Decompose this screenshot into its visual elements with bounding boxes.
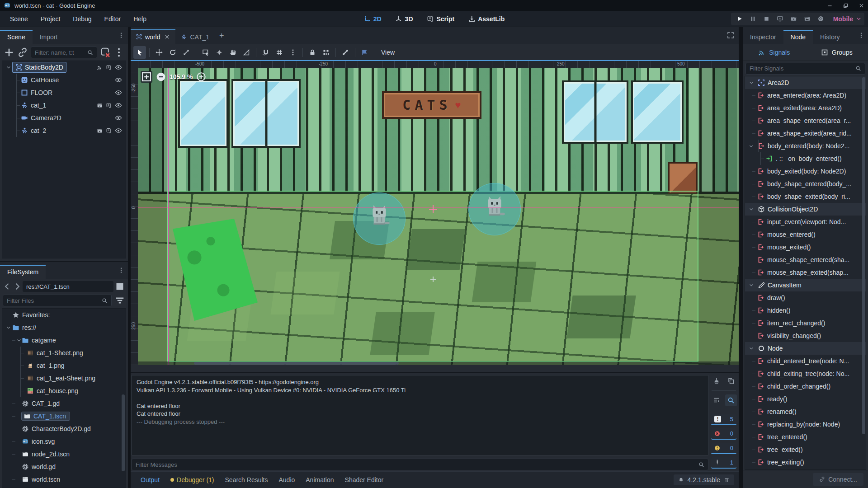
- file-filter-input[interactable]: Filter Files: [3, 295, 112, 306]
- file-res-[interactable]: res://: [2, 321, 126, 334]
- signal-row-mouse_shape_exited[interactable]: mouse_shape_exited(shap...: [745, 266, 866, 279]
- file-world-gd[interactable]: world.gd: [2, 460, 126, 473]
- pause-button[interactable]: [747, 14, 759, 24]
- history-back-button[interactable]: [3, 281, 12, 292]
- chevron-down-icon[interactable]: [748, 346, 755, 351]
- signals-scrollbar[interactable]: [862, 77, 865, 434]
- signal-row-renamed[interactable]: renamed(): [745, 405, 866, 418]
- scene-node-cathouse[interactable]: CatHouse: [2, 74, 126, 86]
- visibility-toggle-icon[interactable]: [115, 76, 122, 84]
- signal-connection-icon[interactable]: [97, 65, 103, 70]
- attached-script-icon[interactable]: [106, 103, 112, 108]
- collapse-duplicates-button[interactable]: [711, 394, 722, 406]
- chevron-down-icon[interactable]: [748, 80, 755, 85]
- workspace-assetlib[interactable]: AssetLib: [463, 14, 509, 24]
- file-cat-1-png[interactable]: cat_1.png: [2, 359, 126, 372]
- tab-node[interactable]: Node: [783, 30, 813, 44]
- instance-scene-button[interactable]: [17, 47, 28, 58]
- output-filter-input[interactable]: Filter Messages: [132, 459, 708, 470]
- pivot-tool[interactable]: [213, 46, 226, 59]
- tab-history[interactable]: History: [813, 30, 847, 44]
- bottom-tab-search-results[interactable]: Search Results: [220, 474, 274, 486]
- chevron-down-icon[interactable]: [5, 65, 12, 70]
- current-path[interactable]: res://CAT_1.tscn: [23, 281, 113, 292]
- show-search-button[interactable]: [725, 394, 737, 406]
- signal-class-node[interactable]: Node: [745, 342, 866, 355]
- file-cat-1-sheet-png[interactable]: cat_1-Sheet.png: [2, 347, 126, 359]
- scene-tab-world[interactable]: world: [131, 29, 175, 44]
- visibility-toggle-icon[interactable]: [115, 102, 122, 109]
- tab-scene[interactable]: Scene: [0, 30, 33, 44]
- scale-tool[interactable]: [180, 46, 193, 59]
- add-node-button[interactable]: [4, 47, 14, 58]
- version-widget[interactable]: 4.2.1.stable: [674, 474, 734, 485]
- file-icon-svg[interactable]: icon.svg: [2, 435, 126, 448]
- chevron-down-icon[interactable]: [16, 338, 22, 343]
- signal-row-area_exited[interactable]: area_exited(area: Area2D): [745, 102, 866, 114]
- menu-project[interactable]: Project: [35, 14, 66, 24]
- file-favorites-[interactable]: Favorites:: [2, 309, 126, 321]
- file-sort-button[interactable]: [114, 295, 125, 306]
- view-menu-button[interactable]: View: [376, 47, 400, 58]
- tab-import[interactable]: Import: [33, 30, 65, 44]
- toggle-split-mode-button[interactable]: [114, 281, 125, 292]
- file-cat-1-gd[interactable]: CAT_1.gd: [2, 397, 126, 410]
- signal-filter-input[interactable]: Filter Signals: [745, 63, 865, 75]
- smart-snap-toggle[interactable]: [259, 46, 272, 59]
- attached-script-icon[interactable]: [106, 65, 112, 70]
- bottom-tab-output[interactable]: Output: [135, 474, 165, 486]
- canvas-h-scrollbar[interactable]: [138, 361, 739, 365]
- signal-row-mouse_entered[interactable]: mouse_entered(): [745, 228, 866, 241]
- tab-menu-button[interactable]: [854, 32, 868, 40]
- canvas-layers-menu[interactable]: [359, 46, 371, 59]
- file-world-tscn[interactable]: world.tscn: [2, 473, 126, 486]
- signal-row-body_exited[interactable]: body_exited(body: Node2D): [745, 165, 866, 178]
- signal-row-body_shape_entered[interactable]: body_shape_entered(body_...: [745, 178, 866, 190]
- pan-tool[interactable]: [226, 46, 239, 59]
- instanced-scene-icon[interactable]: [97, 103, 103, 108]
- scene-canvas[interactable]: CATS ♥ 105.9 %: [138, 68, 739, 365]
- signals-mode-button[interactable]: Signals: [743, 44, 806, 61]
- cat2-sprite[interactable]: [483, 195, 506, 218]
- groups-mode-button[interactable]: Groups: [806, 44, 868, 61]
- ruler-tool[interactable]: [240, 46, 253, 59]
- clear-output-button[interactable]: [711, 375, 722, 387]
- distraction-free-button[interactable]: [722, 32, 739, 40]
- instanced-scene-icon[interactable]: [97, 128, 103, 134]
- signal-row-ready[interactable]: ready(): [745, 393, 866, 405]
- play-custom-scene-button[interactable]: [802, 14, 813, 24]
- scene-node-cat_2[interactable]: cat_2: [2, 124, 126, 137]
- snap-options-menu[interactable]: [287, 46, 299, 59]
- visibility-toggle-icon[interactable]: [115, 64, 122, 71]
- signal-row-input_event[interactable]: input_event(viewport: Nod...: [745, 216, 866, 228]
- node-name-edit[interactable]: StaticBody2D: [12, 62, 66, 73]
- output-log[interactable]: Godot Engine v4.2.1.stable.official.b09f…: [132, 375, 708, 455]
- chevron-down-icon[interactable]: [748, 144, 754, 149]
- scene-node-floor[interactable]: FLOOR: [2, 86, 126, 99]
- signal-row-mouse_shape_entered[interactable]: mouse_shape_entered(sha...: [745, 253, 866, 266]
- bottom-tab-shader-editor[interactable]: Shader Editor: [340, 474, 389, 486]
- signal-row-area_shape_entered[interactable]: area_shape_entered(area_r...: [745, 114, 866, 127]
- bottom-tab-audio[interactable]: Audio: [273, 474, 300, 486]
- scene-node-camera2d[interactable]: Camera2D: [2, 112, 126, 124]
- file-node-2d-tscn[interactable]: node_2d.tscn: [2, 448, 126, 460]
- move-tool[interactable]: [153, 46, 165, 59]
- movie-maker-button[interactable]: [815, 14, 827, 24]
- toggle-error-filter[interactable]: 0: [711, 428, 736, 440]
- workspace-3d[interactable]: 3D: [391, 14, 418, 24]
- signal-row-replacing_by[interactable]: replacing_by(node: Node): [745, 418, 866, 431]
- workspace-script[interactable]: Script: [422, 14, 459, 24]
- close-tab-icon[interactable]: [164, 34, 170, 40]
- toggle-edit-filter[interactable]: 1: [711, 457, 736, 469]
- signal-row-area_entered[interactable]: area_entered(area: Area2D): [745, 89, 866, 102]
- signal-row-child_exiting_tree[interactable]: child_exiting_tree(node: No...: [745, 367, 866, 380]
- play-scene-button[interactable]: [788, 14, 800, 24]
- chevron-down-icon[interactable]: [5, 325, 12, 330]
- group-button[interactable]: [320, 46, 332, 59]
- attached-script-icon[interactable]: [106, 128, 112, 134]
- visibility-toggle-icon[interactable]: [115, 127, 122, 134]
- history-forward-button[interactable]: [13, 281, 22, 292]
- zoom-in-button[interactable]: [196, 72, 206, 82]
- signal-row-tree_entered[interactable]: tree_entered(): [745, 431, 866, 443]
- detach-script-button[interactable]: [100, 47, 111, 58]
